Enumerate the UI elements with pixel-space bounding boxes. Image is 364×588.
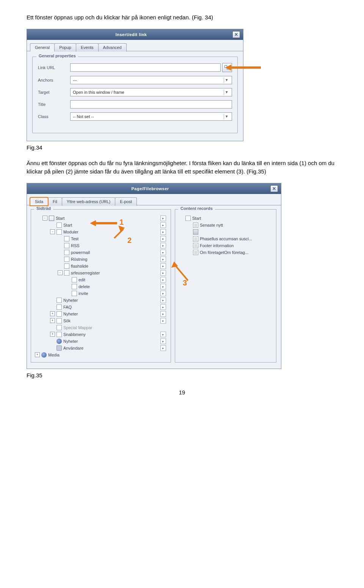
collapse-icon[interactable]: - xyxy=(58,270,63,275)
content-icon xyxy=(193,222,198,228)
collapse-icon[interactable]: - xyxy=(50,229,55,234)
tab-popup[interactable]: Popup xyxy=(54,43,76,52)
goto-arrow-icon[interactable]: ▸ xyxy=(160,331,166,337)
goto-arrow-icon[interactable]: ▸ xyxy=(160,345,166,351)
goto-arrow-icon[interactable]: ▸ xyxy=(160,284,166,289)
tree-node[interactable]: Test▸ xyxy=(58,236,168,241)
tree-node[interactable]: -Moduler▸ xyxy=(50,229,168,235)
tab-epost[interactable]: E-post xyxy=(115,197,137,206)
tree-node[interactable]: -Start▸ xyxy=(42,216,168,221)
goto-arrow-icon[interactable]: ▸ xyxy=(160,229,166,235)
tree-node[interactable]: Start▸ xyxy=(50,222,168,228)
tree-node-label: FAQ xyxy=(63,305,72,309)
close-icon[interactable]: ✕ xyxy=(270,185,278,192)
record-item[interactable] xyxy=(187,229,273,235)
goto-arrow-icon[interactable]: ▸ xyxy=(160,236,166,241)
tree-node[interactable]: edit▸ xyxy=(65,277,168,282)
select-class[interactable]: -- Not set -- ▾ xyxy=(70,112,232,121)
panel-legend-right: Content records xyxy=(178,206,215,211)
goto-arrow-icon[interactable]: ▸ xyxy=(160,338,166,344)
tree-node-label: srfeuserregister xyxy=(71,271,100,275)
tree-node[interactable]: +Media xyxy=(35,352,168,358)
tree-node[interactable]: Röstning▸ xyxy=(58,257,168,262)
page-icon xyxy=(64,257,69,262)
tree-node[interactable]: invite▸ xyxy=(65,291,168,296)
panel-legend-left: Sidträd xyxy=(34,206,53,211)
page-icon xyxy=(56,318,62,323)
tab-url[interactable]: Yttre web-adress (URL) xyxy=(62,197,116,206)
tree-node-label: RSS xyxy=(71,243,80,248)
goto-arrow-icon[interactable]: ▸ xyxy=(160,270,166,276)
goto-arrow-icon[interactable]: ▸ xyxy=(160,277,166,282)
chevron-down-icon: ▾ xyxy=(224,114,229,119)
goto-arrow-icon[interactable]: ▸ xyxy=(160,297,166,303)
dialog-titlebar[interactable]: Page/Filebrowser ✕ xyxy=(27,183,281,194)
tab-advanced[interactable]: Advanced xyxy=(98,43,127,52)
tree-node-label: Nyheter xyxy=(63,298,78,303)
goto-arrow-icon[interactable]: ▸ xyxy=(160,243,166,248)
tree-node[interactable]: Special Mappar xyxy=(50,325,168,330)
tree-node[interactable]: +Sök▸ xyxy=(50,318,168,323)
goto-arrow-icon[interactable]: ▸ xyxy=(160,263,166,269)
content-icon xyxy=(193,243,198,248)
tree-node[interactable]: -srfeuserregister▸ xyxy=(58,270,168,276)
tab-pane-general: General properties Link URL Anchors --- … xyxy=(27,51,243,141)
goto-arrow-icon[interactable]: ▸ xyxy=(160,304,166,310)
chevron-down-icon: ▾ xyxy=(224,90,229,95)
record-list: StartSenaste nyttPhasellus accumsan susc… xyxy=(179,215,273,256)
browser-body: Sidträd -Start▸Start▸-Moduler▸Test▸RSS▸p… xyxy=(27,205,281,369)
intro-paragraph: Ett fönster öppnas upp och du klickar hä… xyxy=(27,13,337,22)
globe-icon xyxy=(41,352,47,358)
tree-node[interactable]: powermail▸ xyxy=(58,250,168,255)
record-item-label: Om företagetOm företag... xyxy=(200,250,248,255)
record-item[interactable]: Om företagetOm företag... xyxy=(187,250,273,255)
tree-node[interactable]: +Nyheter▸ xyxy=(50,311,168,317)
goto-arrow-icon[interactable]: ▸ xyxy=(160,256,166,262)
close-icon[interactable]: ✕ xyxy=(232,31,240,38)
goto-arrow-icon[interactable]: ▸ xyxy=(160,222,166,228)
goto-arrow-icon[interactable]: ▸ xyxy=(160,249,166,255)
between-paragraph: Ännu ett fönster öppnas och du får nu fy… xyxy=(27,159,337,176)
goto-arrow-icon[interactable]: ▸ xyxy=(160,318,166,323)
tree-node[interactable]: Användare▸ xyxy=(50,345,168,351)
tab-fil[interactable]: Fil xyxy=(48,197,62,206)
record-item-label: Senaste nytt xyxy=(200,223,223,227)
collapse-icon[interactable]: - xyxy=(42,216,47,221)
tree-node-label: Media xyxy=(48,353,60,357)
record-item[interactable]: Footer information xyxy=(187,243,273,248)
row-link-url: Link URL xyxy=(38,63,232,72)
tree-node-label: Användare xyxy=(63,346,83,350)
record-item[interactable]: Senaste nytt xyxy=(187,222,273,228)
expand-icon[interactable]: + xyxy=(50,318,55,323)
input-title[interactable] xyxy=(70,100,232,109)
tree-node[interactable]: Nyheter▸ xyxy=(50,298,168,303)
expand-icon[interactable]: + xyxy=(50,332,55,337)
tab-general[interactable]: General xyxy=(30,43,55,52)
select-target[interactable]: Open in this window / frame ▾ xyxy=(70,88,232,96)
tree-node[interactable]: FAQ▸ xyxy=(50,304,168,310)
select-anchors[interactable]: --- ▾ xyxy=(70,76,232,84)
label-link-url: Link URL xyxy=(38,65,70,70)
page-icon xyxy=(56,304,62,310)
tab-sida[interactable]: Sida xyxy=(30,197,48,206)
tab-events[interactable]: Events xyxy=(76,43,99,52)
tree-node[interactable]: delete▸ xyxy=(65,284,168,289)
expand-icon[interactable]: + xyxy=(35,352,40,357)
tree-node[interactable]: Nyheter▸ xyxy=(50,339,168,344)
goto-arrow-icon[interactable]: ▸ xyxy=(160,311,166,317)
tree-node[interactable]: flashslide▸ xyxy=(58,263,168,269)
tree-node[interactable]: RSS▸ xyxy=(58,243,168,248)
record-item[interactable]: Start xyxy=(179,216,273,221)
tree-node-label: Snabbmeny xyxy=(63,332,86,337)
box-icon xyxy=(193,229,198,235)
tree-node[interactable]: +Snabbmeny▸ xyxy=(50,332,168,337)
expand-icon[interactable]: + xyxy=(50,311,55,316)
dialog-titlebar[interactable]: Insert/edit link ✕ xyxy=(27,29,243,40)
tree-node-label: Start xyxy=(56,216,64,221)
browse-button[interactable] xyxy=(222,63,232,72)
goto-arrow-icon[interactable]: ▸ xyxy=(160,290,166,296)
record-item[interactable]: Phasellus accumsan susci... xyxy=(187,236,273,241)
page-icon xyxy=(185,216,191,221)
goto-arrow-icon[interactable]: ▸ xyxy=(160,215,166,221)
input-link-url[interactable] xyxy=(70,63,221,72)
